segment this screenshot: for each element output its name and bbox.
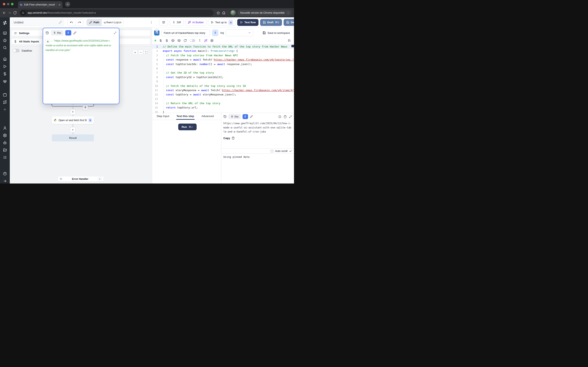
- profile-avatar[interactable]: [231, 10, 236, 16]
- copy-button[interactable]: Copy: [223, 137, 292, 140]
- boxes-icon[interactable]: [3, 79, 7, 83]
- pin-tab-button[interactable]: Pin: [228, 114, 241, 119]
- deploy-button[interactable]: Deploy: [284, 19, 294, 26]
- test-up-to-button[interactable]: Test up toa: [208, 19, 236, 26]
- undo-button[interactable]: [68, 19, 75, 26]
- folder-open-icon[interactable]: [3, 148, 7, 152]
- pin-tab-button[interactable]: Pin: [51, 30, 63, 35]
- more-vertical-icon[interactable]: [287, 11, 290, 14]
- pin-step-button[interactable]: [212, 30, 218, 36]
- refresh-cw-icon[interactable]: [183, 39, 187, 42]
- robot-icon[interactable]: [3, 141, 7, 145]
- save-to-workspace-button[interactable]: Save to workspace: [263, 31, 290, 34]
- site-settings-icon[interactable]: [20, 10, 26, 16]
- tab-step-input[interactable]: Step Input: [156, 113, 170, 120]
- bookmark-star-icon[interactable]: [216, 11, 220, 15]
- error-handler-node[interactable]: Error Handler: [58, 176, 104, 182]
- python-icon: [54, 119, 57, 122]
- play-icon[interactable]: [3, 64, 7, 68]
- result-node[interactable]: Result: [52, 134, 94, 141]
- run-button[interactable]: Run ⌘↵: [178, 124, 197, 130]
- minimize-window-button[interactable]: [7, 3, 9, 5]
- path-button[interactable]: Path u/henri/pin: [86, 19, 123, 26]
- check-icon[interactable]: [289, 150, 292, 152]
- history-icon[interactable]: [45, 31, 49, 35]
- tab-test-this-step[interactable]: Test this step: [176, 113, 195, 120]
- plus-minus-icon[interactable]: [198, 39, 201, 42]
- expand-icon[interactable]: [270, 150, 273, 152]
- docs-button[interactable]: [159, 19, 168, 26]
- browser-tab[interactable]: Edit Flow u/henri/pin_results |: [18, 1, 62, 8]
- draft-button[interactable]: Draft⌘S: [260, 19, 282, 26]
- user-icon[interactable]: [3, 126, 7, 130]
- arrow-right-icon[interactable]: [3, 179, 7, 183]
- diff-button[interactable]: Diff: [170, 19, 183, 26]
- scrollbar-decoration[interactable]: [291, 45, 294, 47]
- list-icon[interactable]: [3, 155, 7, 159]
- new-tab-button[interactable]: [65, 2, 70, 7]
- test-panel: Step Input Test this step Advanced Run ⌘…: [152, 113, 294, 184]
- package-icon[interactable]: [177, 39, 181, 42]
- home-icon[interactable]: [3, 57, 7, 61]
- clipboard-icon[interactable]: [284, 115, 287, 118]
- forward-icon[interactable]: [8, 11, 11, 15]
- address-bar[interactable]: app.windmill.dev/flows/edit/u/henri/pin_…: [20, 9, 214, 16]
- node-pin-badge[interactable]: [83, 105, 88, 110]
- code-editor[interactable]: 1// Define the main function to fetch th…: [152, 44, 294, 114]
- edit-pencil-icon[interactable]: [59, 21, 62, 24]
- step-summary-input[interactable]: Fetch url of HackerNews top story: [162, 29, 210, 36]
- insert-step-button[interactable]: [70, 109, 76, 115]
- tab-advanced[interactable]: Advanced: [201, 113, 214, 120]
- tag-select[interactable]: [226, 29, 253, 36]
- settings-icon[interactable]: [3, 133, 7, 137]
- app-window-icon[interactable]: [3, 31, 7, 35]
- pin-active-button[interactable]: [242, 114, 248, 119]
- package-icon[interactable]: [171, 39, 174, 42]
- history-icon[interactable]: [223, 115, 227, 118]
- star-icon[interactable]: [3, 38, 7, 42]
- code-line: 4 const response = await fetch('https://…: [152, 58, 294, 62]
- chrome-update-button[interactable]: Nouvelle version de Chrome disponible: [237, 10, 292, 16]
- insert-step-button[interactable]: [70, 127, 76, 133]
- test-flow-button[interactable]: Test flow: [237, 19, 258, 26]
- resize-handle-icon[interactable]: [116, 101, 118, 103]
- flow-name-input[interactable]: Untitled: [11, 19, 64, 26]
- pin-active-button[interactable]: [65, 30, 71, 35]
- search-icon[interactable]: [3, 46, 7, 50]
- redo-button[interactable]: [75, 19, 83, 26]
- back-icon[interactable]: [2, 11, 6, 15]
- edit-pencil-icon[interactable]: [250, 115, 253, 118]
- zoom-in-button[interactable]: +: [133, 50, 138, 55]
- fit-view-button[interactable]: [144, 50, 149, 55]
- windmill-logo-icon[interactable]: [2, 20, 7, 25]
- route-icon[interactable]: [3, 100, 7, 104]
- zoom-window-button[interactable]: [11, 3, 13, 5]
- dataflow-toggle[interactable]: [13, 49, 20, 52]
- more-options-icon[interactable]: [150, 21, 153, 24]
- library-icon[interactable]: [288, 39, 291, 42]
- book-open-icon: [162, 21, 165, 24]
- plus-icon[interactable]: [3, 108, 7, 111]
- fullscreen-icon[interactable]: [289, 115, 292, 118]
- dollar-sign-icon[interactable]: [3, 72, 7, 76]
- edit-pencil-icon[interactable]: [73, 31, 76, 34]
- help-circle-icon[interactable]: [3, 172, 7, 176]
- dollar-sign-icon: [14, 40, 17, 43]
- add-error-handler-button[interactable]: [98, 177, 102, 181]
- reload-icon[interactable]: [13, 11, 17, 15]
- calendar-icon[interactable]: [3, 93, 7, 97]
- expand-popup-icon[interactable]: [113, 31, 117, 34]
- wand-icon[interactable]: [204, 39, 208, 42]
- close-window-button[interactable]: [3, 3, 5, 5]
- dollar-sign-icon[interactable]: [159, 39, 162, 42]
- flow-step-node-b[interactable]: Open url and fetch first 500 words of ..…: [52, 117, 94, 124]
- close-tab-icon[interactable]: [58, 3, 61, 6]
- settings-icon[interactable]: [210, 39, 214, 42]
- info-icon[interactable]: [278, 115, 281, 118]
- sidebar-group-admin: [3, 124, 7, 161]
- dollar-sign-icon[interactable]: [165, 39, 168, 42]
- editor-toggle[interactable]: [190, 39, 195, 42]
- zoom-out-button[interactable]: −: [138, 50, 143, 55]
- ai-builder-button[interactable]: AI Builder: [185, 19, 207, 26]
- extensions-puzzle-icon[interactable]: [222, 11, 225, 15]
